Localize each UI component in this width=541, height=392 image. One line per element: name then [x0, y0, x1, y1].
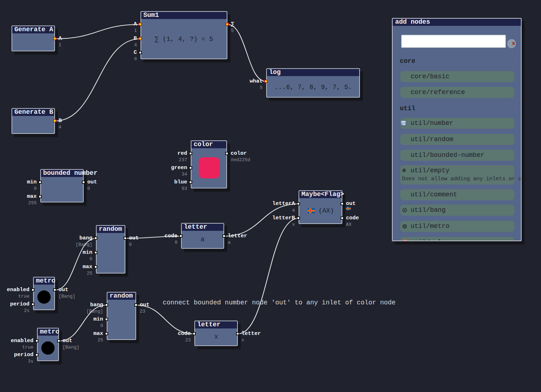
svg-text:34: 34: [402, 123, 405, 126]
